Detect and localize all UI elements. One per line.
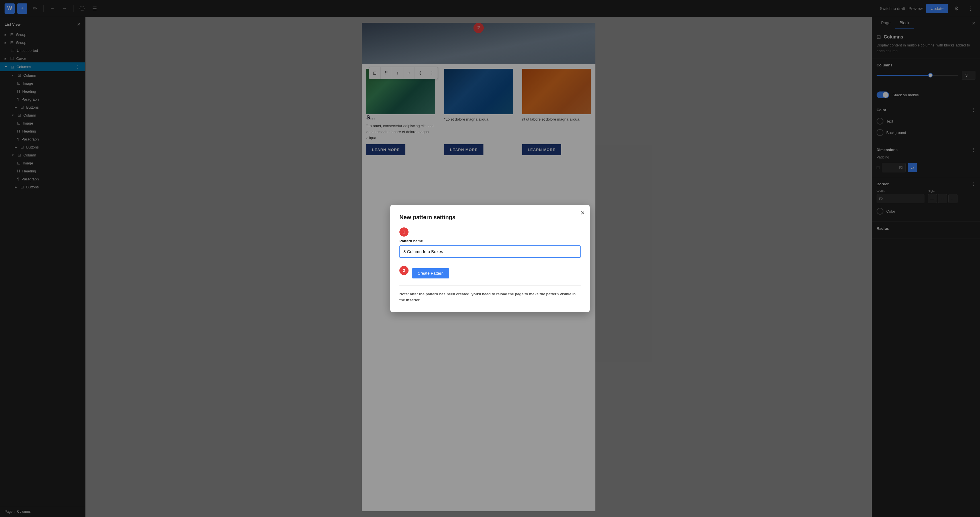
modal-overlay[interactable]: ✕ New pattern settings 1 Pattern name 2 … bbox=[0, 0, 980, 517]
modal-step-badge-1: 1 bbox=[399, 227, 409, 236]
modal-note: Note: after the pattern has been created… bbox=[399, 285, 581, 303]
create-pattern-button[interactable]: Create Pattern bbox=[412, 268, 449, 278]
modal-step-badge-2: 2 bbox=[399, 266, 409, 275]
pattern-name-label: Pattern name bbox=[399, 239, 581, 243]
modal-close-button[interactable]: ✕ bbox=[580, 209, 585, 216]
pattern-name-input[interactable] bbox=[399, 246, 581, 258]
modal-note-bold: Note: after the pattern has been created… bbox=[399, 292, 576, 302]
modal-title: New pattern settings bbox=[399, 214, 581, 220]
new-pattern-modal: ✕ New pattern settings 1 Pattern name 2 … bbox=[390, 205, 590, 312]
